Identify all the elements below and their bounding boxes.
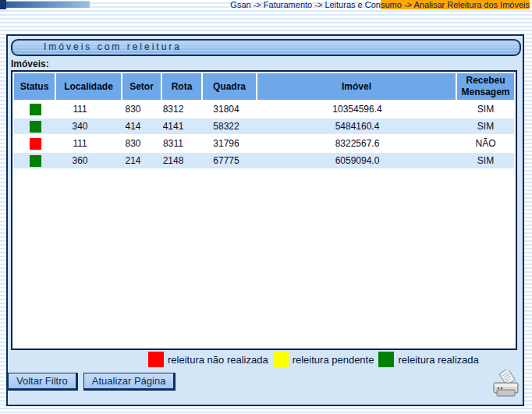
imoveis-table: Status Localidade Setor Rota Quadra Imóv… [14, 73, 514, 170]
cell-recebeu-mensagem: SIM [457, 101, 514, 119]
page-title: Imóveis com releitura [44, 41, 182, 52]
status-indicator [30, 104, 41, 115]
cell-localidade: 340 [56, 119, 122, 136]
legend-yellow-square [273, 352, 289, 367]
cell-status [14, 136, 56, 153]
cell-recebeu-mensagem: SIM [457, 153, 514, 170]
cell-rota: 2148 [162, 153, 203, 170]
printer-icon[interactable] [491, 370, 521, 399]
breadcrumb-plain: Gsan -> Faturamento -> Leituras e Con [230, 0, 381, 9]
section-label: Imóveis: [11, 58, 49, 69]
legend-label-nao-realizada: releitura não realizada [168, 354, 268, 366]
cell-imovel: 6059094.0 [257, 153, 457, 170]
legend-red-square [148, 352, 164, 367]
legend-label-pendente: releitura pendente [293, 354, 374, 366]
cell-status [14, 101, 56, 119]
legend-green-square [378, 352, 394, 367]
atualizar-pagina-button[interactable]: Atualizar Página [83, 373, 176, 391]
cell-setor: 414 [122, 119, 162, 136]
table-row: 111 830 8311 31796 8322567.6 NÃO [14, 136, 514, 153]
cell-recebeu-mensagem: NÃO [457, 136, 514, 153]
column-header-rota: Rota [162, 73, 203, 101]
cell-quadra: 31796 [203, 136, 257, 153]
cell-setor: 214 [122, 153, 162, 170]
cell-imovel: 5484160.4 [257, 119, 457, 136]
cell-quadra: 58322 [203, 119, 257, 136]
imoveis-table-container: Status Localidade Setor Rota Quadra Imóv… [11, 70, 517, 350]
legend-label-realizada: releitura realizada [398, 354, 478, 366]
status-indicator [30, 155, 41, 167]
legend: releitura não realizada releitura penden… [148, 352, 484, 367]
breadcrumb-highlight: sumo -> Analisar Releitura dos Imóveis [381, 0, 530, 9]
column-header-recebeu-mensagem: Recebeu Mensagem [457, 73, 514, 101]
column-header-setor: Setor [122, 73, 162, 101]
cell-quadra: 31804 [203, 101, 257, 119]
cell-localidade: 360 [56, 153, 122, 170]
column-header-imovel: Imóvel [257, 73, 457, 101]
header-bar-fragment [6, 1, 90, 8]
status-indicator [30, 121, 41, 133]
table-row: 360 214 2148 67775 6059094.0 SIM [14, 153, 514, 170]
button-bar: Voltar Filtro Atualizar Página [8, 373, 176, 391]
cell-localidade: 111 [56, 101, 122, 119]
status-indicator [30, 138, 41, 150]
cell-status [14, 153, 56, 170]
cell-imovel: 10354596.4 [257, 101, 457, 119]
cell-imovel: 8322567.6 [257, 136, 457, 153]
column-header-localidade: Localidade [56, 73, 122, 101]
column-header-quadra: Quadra [203, 73, 257, 101]
column-header-status: Status [14, 73, 56, 101]
cell-status [14, 119, 56, 136]
cell-setor: 830 [122, 101, 162, 119]
voltar-filtro-button[interactable]: Voltar Filtro [8, 373, 78, 391]
cell-rota: 8311 [162, 136, 203, 153]
cell-localidade: 111 [56, 136, 122, 153]
header-row: Status Localidade Setor Rota Quadra Imóv… [14, 73, 514, 101]
cell-quadra: 67775 [203, 153, 257, 170]
table-row: 111 830 8312 31804 10354596.4 SIM [14, 101, 514, 119]
cell-setor: 830 [122, 136, 162, 153]
cell-recebeu-mensagem: SIM [457, 119, 514, 136]
panel-title-bar: Imóveis com releitura [11, 39, 521, 56]
cell-rota: 8312 [162, 101, 203, 119]
gsan-page: Gsan -> Faturamento -> Leituras e Consum… [0, 0, 532, 414]
breadcrumb: Gsan -> Faturamento -> Leituras e Consum… [230, 0, 530, 10]
table-row: 340 414 4141 58322 5484160.4 SIM [14, 119, 514, 136]
logo-fragment [0, 0, 6, 9]
cell-rota: 4141 [162, 119, 203, 136]
